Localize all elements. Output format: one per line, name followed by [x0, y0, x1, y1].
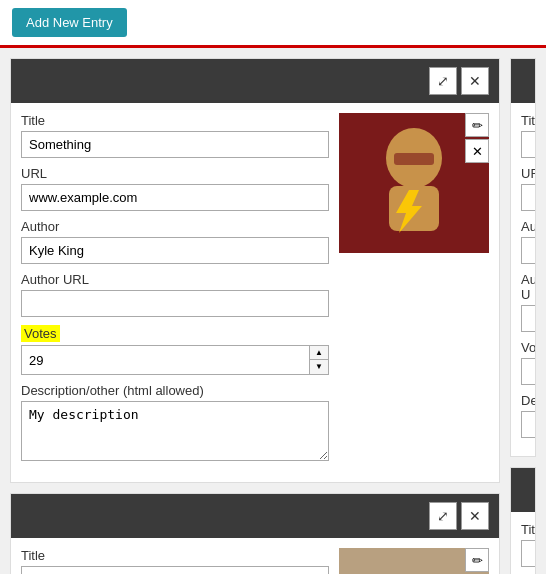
card2-close-button[interactable]: ✕: [461, 502, 489, 530]
right-author-group: Author: [521, 219, 525, 264]
flash-svg: [354, 118, 474, 248]
entry-card-1: ⤢ ✕ Title URL Author: [10, 58, 500, 483]
right2-title-label: Title: [521, 522, 525, 537]
votes-label: Votes: [21, 325, 60, 342]
right-author-url-input[interactable]: [521, 305, 536, 332]
author-group: Author: [21, 219, 329, 264]
author-url-label: Author URL: [21, 272, 329, 287]
add-new-button[interactable]: Add New Entry: [12, 8, 127, 37]
url-input[interactable]: [21, 184, 329, 211]
card2-body: Title ✏: [11, 538, 499, 574]
description-label: Description/other (html allowed): [21, 383, 329, 398]
right-title-input[interactable]: [521, 131, 536, 158]
right-card-2: Title: [510, 467, 536, 574]
card1-form: Title URL Author Author URL: [21, 113, 329, 472]
title-group: Title: [21, 113, 329, 158]
card2-image-section: ✏: [339, 548, 489, 574]
votes-increment-button[interactable]: ▲: [310, 346, 328, 360]
right-card1-header: [511, 59, 535, 103]
url-group: URL: [21, 166, 329, 211]
right-card2-header: [511, 468, 535, 512]
url-label: URL: [21, 166, 329, 181]
votes-spinner: ▲ ▼: [309, 345, 329, 375]
card2-title-input[interactable]: [21, 566, 329, 574]
right-card-1: Title URL Author Author U Votes: [510, 58, 536, 457]
votes-input[interactable]: [21, 345, 309, 375]
top-bar: Add New Entry: [0, 0, 546, 48]
right-title-label: Title: [521, 113, 525, 128]
right-author-url-group: Author U: [521, 272, 525, 332]
card2-image-edit-button[interactable]: ✏: [465, 548, 489, 572]
right-votes-label: Votes: [521, 340, 525, 355]
right-url-group: URL: [521, 166, 525, 211]
card1-image: ✏ ✕: [339, 113, 489, 253]
card2-expand-button[interactable]: ⤢: [429, 502, 457, 530]
author-url-group: Author URL: [21, 272, 329, 317]
votes-group: Votes ▲ ▼: [21, 325, 329, 375]
image-delete-button[interactable]: ✕: [465, 139, 489, 163]
right-url-label: URL: [521, 166, 525, 181]
right-description-input[interactable]: [521, 411, 536, 438]
right2-title-input[interactable]: [521, 540, 536, 567]
right-author-input[interactable]: [521, 237, 536, 264]
card2-title-group: Title: [21, 548, 329, 574]
card2-form: Title: [21, 548, 329, 574]
entry-card-2: ⤢ ✕ Title ✏: [10, 493, 500, 574]
right-description-group: Descript: [521, 393, 525, 438]
title-input[interactable]: [21, 131, 329, 158]
description-group: Description/other (html allowed) My desc…: [21, 383, 329, 464]
right-description-label: Descript: [521, 393, 525, 408]
card2-title-label: Title: [21, 548, 329, 563]
right-author-url-label: Author U: [521, 272, 525, 302]
right-votes-group: Votes: [521, 340, 525, 385]
description-textarea[interactable]: My description: [21, 401, 329, 461]
right2-title-group: Title: [521, 522, 525, 567]
votes-input-wrap: ▲ ▼: [21, 345, 329, 375]
right-title-group: Title: [521, 113, 525, 158]
right-panel: Title URL Author Author U Votes: [510, 58, 536, 574]
author-input[interactable]: [21, 237, 329, 264]
right-url-input[interactable]: [521, 184, 536, 211]
votes-decrement-button[interactable]: ▼: [310, 360, 328, 374]
right-card2-body: Title: [511, 512, 535, 574]
author-url-input[interactable]: [21, 290, 329, 317]
image-edit-button[interactable]: ✏: [465, 113, 489, 137]
author-label: Author: [21, 219, 329, 234]
svg-rect-1: [394, 153, 434, 165]
card2-header: ⤢ ✕: [11, 494, 499, 538]
right-votes-input[interactable]: [521, 358, 536, 385]
card1-body: Title URL Author Author URL: [11, 103, 499, 482]
card1-expand-button[interactable]: ⤢: [429, 67, 457, 95]
main-content: ⤢ ✕ Title URL Author: [0, 48, 546, 574]
card1-close-button[interactable]: ✕: [461, 67, 489, 95]
left-panel: ⤢ ✕ Title URL Author: [10, 58, 500, 574]
card1-image-section: ✏ ✕: [339, 113, 489, 472]
card1-header: ⤢ ✕: [11, 59, 499, 103]
right-card1-body: Title URL Author Author U Votes: [511, 103, 535, 456]
card2-image: ✏: [339, 548, 489, 574]
right-author-label: Author: [521, 219, 525, 234]
title-label: Title: [21, 113, 329, 128]
